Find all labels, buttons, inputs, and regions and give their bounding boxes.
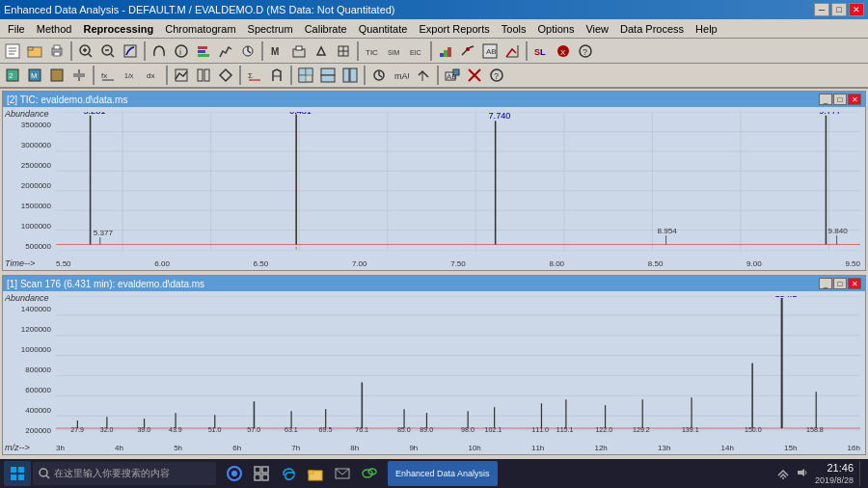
volume-icon[interactable] — [796, 466, 809, 481]
minimize-button[interactable]: ─ — [814, 3, 829, 16]
svg-text:9.777: 9.777 — [819, 112, 841, 116]
svg-text:98.0: 98.0 — [461, 426, 475, 433]
active-app-button[interactable]: Enhanced Data Analysis — [388, 461, 498, 486]
tb4[interactable] — [215, 41, 236, 62]
tb2-16[interactable] — [368, 65, 390, 86]
menu-reprocessing[interactable]: Reprocessing — [77, 21, 159, 37]
tb19[interactable]: ? — [575, 41, 596, 62]
tb2-21[interactable]: ? — [486, 65, 507, 86]
tb2-14[interactable] — [317, 65, 339, 86]
menu-quantitate[interactable]: Quantitate — [353, 21, 414, 37]
tb6[interactable]: M — [266, 41, 287, 62]
tb2-7[interactable]: dx — [142, 65, 163, 86]
tb2-3[interactable] — [46, 65, 68, 86]
scan-svg: 27.9 32.0 39.0 43.9 51.0 57.0 63.1 — [56, 296, 860, 435]
tb2-8[interactable] — [171, 65, 192, 86]
svg-text:2: 2 — [9, 71, 14, 80]
network-icon[interactable] — [776, 466, 790, 481]
zoom-out-button[interactable] — [97, 41, 119, 62]
taskbar-task-view[interactable] — [249, 461, 274, 486]
taskbar-edge[interactable] — [276, 461, 301, 486]
tb2-15[interactable] — [339, 65, 361, 86]
tb2-9[interactable] — [193, 65, 214, 86]
svg-rect-27 — [296, 46, 302, 50]
taskbar-wechat[interactable] — [357, 461, 382, 486]
menu-method[interactable]: Method — [31, 21, 78, 37]
tic-close-btn[interactable]: ✕ — [848, 94, 861, 105]
tb5[interactable] — [237, 41, 258, 62]
integrate-button[interactable] — [149, 41, 170, 62]
scan-minimize-btn[interactable]: _ — [819, 278, 832, 289]
tb2-11[interactable]: Σ — [244, 65, 265, 86]
tb17[interactable]: SL — [530, 41, 552, 62]
tb2-18[interactable] — [413, 65, 434, 86]
menu-calibrate[interactable]: Calibrate — [299, 21, 353, 37]
tb2-6[interactable]: 1/x — [120, 65, 141, 86]
tb3[interactable] — [193, 41, 214, 62]
tb11[interactable]: SIM — [384, 41, 405, 62]
svg-rect-178 — [262, 474, 268, 480]
svg-text:111.0: 111.0 — [531, 426, 549, 433]
tic-maximize-btn[interactable]: □ — [833, 94, 847, 105]
menu-data-process[interactable]: Data Process — [614, 21, 690, 37]
clock[interactable]: 21:46 2019/8/28 — [815, 461, 854, 486]
tb9[interactable] — [333, 41, 354, 62]
menu-file[interactable]: File — [2, 21, 31, 37]
new-button[interactable] — [2, 41, 23, 62]
autoscale-button[interactable] — [120, 41, 141, 62]
open-button[interactable] — [24, 41, 45, 62]
svg-rect-63 — [299, 68, 306, 75]
tb10[interactable]: TIC — [362, 41, 383, 62]
scan-maximize-btn[interactable]: □ — [833, 278, 847, 289]
svg-rect-168 — [18, 467, 24, 473]
close-button[interactable]: ✕ — [849, 3, 864, 16]
svg-text:32.0: 32.0 — [100, 426, 114, 433]
tb7[interactable] — [288, 41, 310, 62]
menu-tools[interactable]: Tools — [496, 21, 532, 37]
menu-view[interactable]: View — [580, 21, 614, 37]
tb2-2[interactable]: M — [24, 65, 45, 86]
tb14[interactable] — [457, 41, 478, 62]
tb15[interactable]: AB — [479, 41, 501, 62]
tb2-20[interactable] — [464, 65, 485, 86]
taskbar-cortana[interactable] — [222, 461, 247, 486]
menu-spectrum[interactable]: Spectrum — [242, 21, 299, 37]
tb2-4[interactable] — [68, 65, 90, 86]
tb18[interactable]: X — [553, 41, 574, 62]
menu-export-reports[interactable]: Export Reports — [413, 21, 495, 37]
tb2-19[interactable]: AB — [442, 65, 463, 86]
show-desktop[interactable] — [859, 461, 864, 486]
tb12[interactable]: EIC — [406, 41, 427, 62]
taskbar-mail[interactable] — [330, 461, 355, 486]
svg-text:139.1: 139.1 — [682, 426, 699, 433]
toolbar-sep-3 — [261, 41, 263, 61]
start-button[interactable] — [4, 461, 31, 486]
scan-close-btn[interactable]: ✕ — [848, 278, 861, 289]
tb2-13[interactable] — [295, 65, 316, 86]
search-box[interactable]: 在这里输入你要搜索的内容 — [33, 462, 216, 485]
date-display: 2019/8/28 — [815, 474, 854, 486]
tic-minimize-btn[interactable]: _ — [819, 94, 832, 105]
tb2-17[interactable]: mAU — [391, 65, 412, 86]
svg-rect-169 — [11, 474, 16, 480]
svg-rect-50 — [51, 69, 63, 81]
tb2-10[interactable] — [215, 65, 236, 86]
tb2-12[interactable] — [266, 65, 287, 86]
svg-rect-58 — [198, 69, 203, 81]
maximize-button[interactable]: □ — [831, 3, 847, 16]
zoom-in-button[interactable] — [75, 41, 96, 62]
tic-x-label: Time--> — [5, 258, 35, 268]
menu-options[interactable]: Options — [531, 21, 580, 37]
menu-help[interactable]: Help — [690, 21, 723, 37]
svg-text:63.1: 63.1 — [285, 426, 298, 433]
tb2-5[interactable]: fx — [97, 65, 119, 86]
tb13[interactable] — [435, 41, 456, 62]
tb2-1[interactable]: 2 — [2, 65, 23, 86]
tb16[interactable] — [502, 41, 523, 62]
taskbar-explorer[interactable] — [303, 461, 328, 486]
identify-button[interactable]: i — [171, 41, 192, 62]
tb8[interactable] — [311, 41, 332, 62]
print-button[interactable] — [46, 41, 68, 62]
menu-chromatogram[interactable]: Chromatogram — [159, 21, 241, 37]
time-display: 21:46 — [815, 461, 854, 474]
